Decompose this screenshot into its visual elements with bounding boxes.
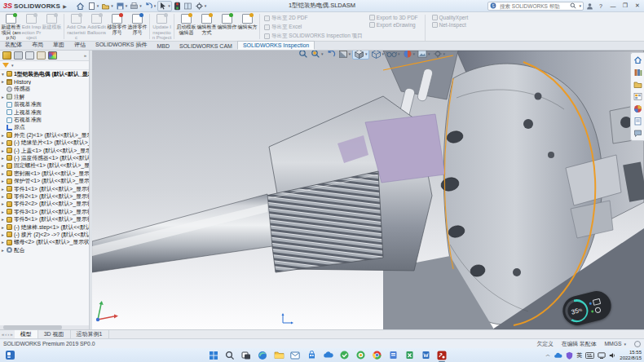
new-inspection-project-button[interactable]: 新建检查项目 (amp;N)	[1, 13, 21, 41]
recorder-stop-button[interactable]	[590, 306, 602, 314]
qualityxpert-button[interactable]: QualityXpert	[432, 15, 469, 20]
tab-scroll-last-icon[interactable]: »	[10, 332, 12, 337]
edit-operations-button[interactable]: 编辑操作	[217, 13, 237, 30]
displaymanager-tab-icon[interactable]	[48, 51, 57, 60]
edit-inspection-methods-button[interactable]: 编辑检查方式	[196, 13, 217, 35]
tree-item[interactable]: ▸History	[0, 77, 89, 85]
tree-filter[interactable]: ▾	[0, 61, 89, 70]
microsoft-store-icon[interactable]	[306, 350, 317, 361]
tab-evaluate[interactable]: 评估	[69, 40, 90, 50]
edit-inspection-project-button[interactable]: Edit Inspection Project	[21, 13, 42, 41]
solidworks-taskbar-icon[interactable]	[436, 350, 448, 361]
export-edrawing-button[interactable]: Export eDrawing	[369, 22, 418, 28]
tab-addins[interactable]: SOLIDWORKS 插件	[90, 40, 152, 50]
mail-icon[interactable]	[289, 350, 301, 361]
tree-item[interactable]: 传感器	[0, 86, 89, 93]
launch-template-editor-button[interactable]: 启动模板编辑器	[176, 13, 196, 35]
open-icon[interactable]: ▾	[100, 1, 114, 11]
antivirus-app-icon[interactable]	[338, 350, 350, 361]
select-balloons-button[interactable]: 选择零件序号	[127, 13, 148, 35]
task-view-icon[interactable]	[240, 350, 252, 361]
restore-button[interactable]: ❐	[620, 2, 630, 9]
featuremanager-tab-icon[interactable]	[2, 51, 11, 60]
tab-scroll-right-icon[interactable]: ›	[7, 332, 9, 337]
print-icon[interactable]: ▾	[129, 1, 143, 11]
user-account-icon[interactable]	[586, 2, 593, 10]
browser-360-icon[interactable]	[355, 350, 366, 361]
solidworks-resources-icon[interactable]	[633, 55, 642, 64]
net-inspect-button[interactable]: Net-Inspect	[432, 22, 469, 28]
tree-item[interactable]: 上视基准面	[0, 108, 89, 116]
rebuild-icon[interactable]	[173, 1, 182, 11]
tree-item[interactable]: ▸配合	[0, 246, 89, 254]
ime-language-indicator[interactable]: 英	[576, 351, 582, 360]
chrome-icon[interactable]	[371, 350, 382, 361]
network-display-icon[interactable]	[598, 352, 606, 359]
tree-item[interactable]: ▸零件3<1> (默认<<默认>_显示状	[0, 208, 89, 215]
help-search-box[interactable]: S ▾	[487, 2, 584, 11]
search-icon[interactable]	[570, 2, 576, 9]
spreadsheet-app-icon[interactable]	[404, 350, 415, 361]
export-inspection-project-button[interactable]: 导出至 SOLIDWORKS Inspection 项目	[264, 33, 363, 40]
home-icon[interactable]	[75, 1, 86, 11]
word-app-icon[interactable]	[420, 350, 431, 361]
search-options-caret[interactable]: ▾	[579, 3, 581, 8]
edit-vendor-button[interactable]: 编辑实方	[237, 13, 258, 30]
viewport[interactable]	[92, 51, 644, 329]
add-characteristic-button[interactable]: Add Characteristic	[66, 13, 86, 41]
export-2d-pdf-button[interactable]: 导出至 2D PDF	[264, 15, 363, 22]
onedrive-icon[interactable]	[322, 350, 333, 361]
tabs-overflow-icon[interactable]: »	[84, 53, 86, 58]
recorder-camera-button[interactable]	[589, 298, 601, 306]
tab-inspection[interactable]: SOLIDWORKS Inspection	[237, 41, 315, 50]
tree-item[interactable]: 原点	[0, 124, 89, 131]
viewport-3d[interactable]	[92, 51, 644, 329]
new-template-button[interactable]: 新建模板	[42, 13, 62, 30]
dimxpertmanager-tab-icon[interactable]	[37, 51, 46, 60]
update-inspection-project-button[interactable]: Update Inspection Project	[152, 13, 172, 41]
custom-properties-icon[interactable]	[633, 117, 642, 126]
tree-item[interactable]: ▸零件1<1> (默认<<默认>_显示状态	[0, 185, 89, 192]
tree-item[interactable]: ▸(-) 上盖<1> (默认<<默认>_显示状	[0, 147, 89, 154]
search-taskbar-icon[interactable]	[224, 350, 236, 361]
undo-icon[interactable]: ▾	[143, 1, 157, 11]
tab-sketch[interactable]: 草图	[48, 40, 69, 50]
tree-item[interactable]: ▸螺母<2> (默认<<默认>_显示状态	[0, 239, 89, 246]
minimize-button[interactable]: —	[608, 3, 618, 9]
select-icon[interactable]: ▾	[157, 1, 172, 11]
solidworks-forum-icon[interactable]	[633, 129, 642, 138]
status-options-icon[interactable]	[634, 341, 641, 347]
view-palette-icon[interactable]	[633, 92, 642, 101]
tree-item[interactable]: ▸(-) 绝缘棒.step<1> (默认<<默认>	[0, 223, 89, 231]
new-document-icon[interactable]: ▾	[86, 1, 100, 11]
tree-item[interactable]: ▸(-) 绝缘垫片<1> (默认<<默认>_显	[0, 139, 89, 147]
configurationmanager-tab-icon[interactable]	[25, 51, 34, 60]
tab-cam[interactable]: SOLIDWORKS CAM	[174, 42, 237, 50]
design-library-icon[interactable]	[633, 68, 642, 77]
tab-motion-study[interactable]: 运动算例1	[71, 330, 109, 338]
tree-item[interactable]: ▸(-) 接片 (2)<2> ->? (默认<<默认	[0, 231, 89, 238]
menu-flyout-arrow-icon[interactable]: ▶	[63, 3, 67, 9]
export-excel-button[interactable]: 导出至 Excel	[264, 24, 363, 31]
file-explorer-taskbar-icon[interactable]	[273, 350, 285, 361]
appearances-scenes-icon[interactable]	[633, 104, 642, 113]
tree-item[interactable]: ▸零件2<2> (默认<<默认>_显示状	[0, 201, 89, 208]
help-button[interactable]: ?	[596, 3, 606, 9]
export-3d-pdf-button[interactable]: Export to 3D PDF	[369, 15, 418, 20]
edge-icon[interactable]	[257, 350, 268, 361]
close-button[interactable]: ✕	[633, 2, 642, 9]
tab-scroll-first-icon[interactable]: «	[2, 332, 4, 337]
start-button[interactable]	[208, 350, 219, 361]
tab-mbd[interactable]: MBD	[152, 42, 174, 50]
volume-icon[interactable]	[609, 352, 616, 359]
tab-3d-views[interactable]: 3D 视图	[38, 330, 71, 338]
filter-caret[interactable]: ▾	[11, 63, 14, 68]
app-logo[interactable]: 3S SOLIDWORKS ▶	[0, 2, 70, 10]
clock[interactable]: 15:55 2022/8/15	[620, 350, 642, 361]
tree-item[interactable]: ▸注解	[0, 93, 89, 100]
tree-item[interactable]: ▸固定螺栓<1> (默认<<默认>_显示	[0, 162, 89, 170]
tray-onedrive-icon[interactable]	[554, 352, 562, 359]
tray-chevron-up-icon[interactable]: ︿	[545, 351, 550, 359]
document-app-icon[interactable]	[387, 350, 399, 361]
tree-item[interactable]: ▸外壳 (2)<1> (默认<<默认>_显示状	[0, 131, 89, 139]
